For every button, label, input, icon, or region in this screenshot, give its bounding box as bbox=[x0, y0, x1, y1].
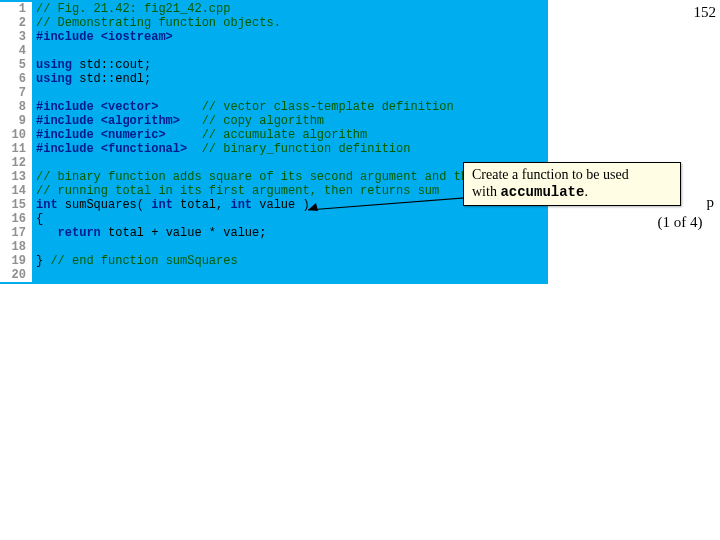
code-text: // Demonstrating function objects. bbox=[32, 16, 281, 30]
code-text: // Fig. 21.42: fig21_42.cpp bbox=[32, 2, 230, 16]
callout-line2-prefix: with bbox=[472, 184, 500, 199]
code-text: // running total in its first argument, … bbox=[32, 184, 439, 198]
line-number: 16 bbox=[0, 212, 32, 226]
code-text: return total + value * value; bbox=[32, 226, 266, 240]
code-text: #include <vector> // vector class-templa… bbox=[32, 100, 454, 114]
line-number: 12 bbox=[0, 156, 32, 170]
line-number: 7 bbox=[0, 86, 32, 100]
line-number: 14 bbox=[0, 184, 32, 198]
line-number: 9 bbox=[0, 114, 32, 128]
code-text: { bbox=[32, 212, 43, 226]
line-number: 18 bbox=[0, 240, 32, 254]
line-number: 3 bbox=[0, 30, 32, 44]
callout-line1: Create a function to be used bbox=[472, 167, 672, 184]
side-label-part: (1 of 4) bbox=[640, 213, 720, 233]
code-line: 6using std::endl; bbox=[0, 72, 548, 86]
line-number: 11 bbox=[0, 142, 32, 156]
code-text: int sumSquares( int total, int value ) bbox=[32, 198, 310, 212]
code-line: 7 bbox=[0, 86, 548, 100]
code-line: 1// Fig. 21.42: fig21_42.cpp bbox=[0, 2, 548, 16]
line-number: 5 bbox=[0, 58, 32, 72]
line-number: 1 bbox=[0, 2, 32, 16]
line-number: 2 bbox=[0, 16, 32, 30]
code-text: #include <algorithm> // copy algorithm bbox=[32, 114, 324, 128]
line-number: 20 bbox=[0, 268, 32, 282]
line-number: 4 bbox=[0, 44, 32, 58]
code-text: #include <numeric> // accumulate algorit… bbox=[32, 128, 367, 142]
line-number: 13 bbox=[0, 170, 32, 184]
code-line: 5using std::cout; bbox=[0, 58, 548, 72]
code-line: 3#include <iostream> bbox=[0, 30, 548, 44]
code-line: 8#include <vector> // vector class-templ… bbox=[0, 100, 548, 114]
code-text: using std::cout; bbox=[32, 58, 151, 72]
callout-line2-suffix: . bbox=[584, 184, 588, 199]
code-line: 19} // end function sumSquares bbox=[0, 254, 548, 268]
code-line: 9#include <algorithm> // copy algorithm bbox=[0, 114, 548, 128]
line-number: 8 bbox=[0, 100, 32, 114]
code-line: 4 bbox=[0, 44, 548, 58]
code-line: 11#include <functional> // binary_functi… bbox=[0, 142, 548, 156]
side-label: p (1 of 4) bbox=[640, 193, 720, 232]
line-number: 17 bbox=[0, 226, 32, 240]
code-text: #include <iostream> bbox=[32, 30, 173, 44]
line-number: 15 bbox=[0, 198, 32, 212]
code-text: #include <functional> // binary_function… bbox=[32, 142, 410, 156]
code-line: 17 return total + value * value; bbox=[0, 226, 548, 240]
code-line: 18 bbox=[0, 240, 548, 254]
line-number: 6 bbox=[0, 72, 32, 86]
code-line: 2// Demonstrating function objects. bbox=[0, 16, 548, 30]
code-text: } // end function sumSquares bbox=[32, 254, 238, 268]
code-text: using std::endl; bbox=[32, 72, 151, 86]
line-number: 19 bbox=[0, 254, 32, 268]
code-line: 16{ bbox=[0, 212, 548, 226]
code-line: 10#include <numeric> // accumulate algor… bbox=[0, 128, 548, 142]
side-label-filename-tail: p bbox=[640, 193, 720, 213]
code-text: // binary function adds square of its se… bbox=[32, 170, 475, 184]
code-listing: 1// Fig. 21.42: fig21_42.cpp2// Demonstr… bbox=[0, 0, 548, 284]
line-number: 10 bbox=[0, 128, 32, 142]
page-number: 152 bbox=[694, 4, 717, 21]
code-line: 20 bbox=[0, 268, 548, 282]
callout-line2-code: accumulate bbox=[500, 184, 584, 200]
